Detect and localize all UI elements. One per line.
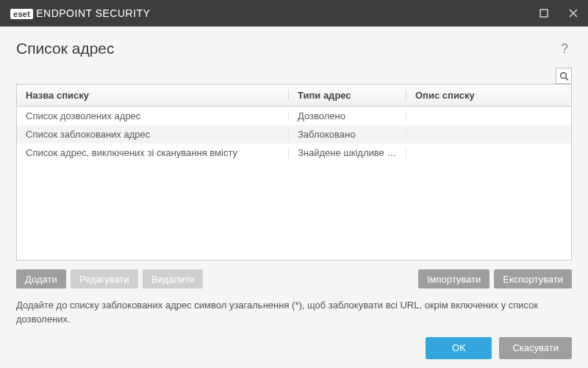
svg-point-3 <box>560 72 566 78</box>
address-lists-table: Назва списку Типи адрес Опис списку Спис… <box>16 84 572 261</box>
col-header-type[interactable]: Типи адрес <box>289 90 406 101</box>
content-area: Список адрес ? Назва списку Типи адрес О… <box>0 26 588 337</box>
cancel-button[interactable]: Скасувати <box>499 337 572 359</box>
help-button[interactable]: ? <box>557 41 572 56</box>
search-button[interactable] <box>556 68 572 84</box>
delete-button[interactable]: Видалити <box>143 269 204 289</box>
svg-line-4 <box>565 77 568 80</box>
table-header: Назва списку Типи адрес Опис списку <box>17 85 571 107</box>
page-title: Список адрес <box>16 40 557 57</box>
brand: eset ENDPOINT SECURITY <box>10 7 150 19</box>
table-row[interactable]: Список адрес, виключених зі сканування в… <box>17 144 571 162</box>
cell-name: Список заблокованих адрес <box>17 129 289 140</box>
table-row[interactable]: Список заблокованих адрес Заблоковано <box>17 125 571 144</box>
app-window: eset ENDPOINT SECURITY Список адрес ? На… <box>0 0 588 368</box>
table-toolbar: Додати Редагувати Видалити Імпортувати Е… <box>16 269 572 289</box>
titlebar: eset ENDPOINT SECURITY <box>0 0 588 26</box>
cell-type: Дозволено <box>289 110 406 121</box>
hint-text: Додайте до списку заблокованих адрес сим… <box>16 299 572 327</box>
cell-name: Список адрес, виключених зі сканування в… <box>17 147 289 158</box>
window-minimize-button[interactable] <box>529 0 559 26</box>
cell-type: Знайдене шкідливе прог... <box>289 147 406 158</box>
col-header-name[interactable]: Назва списку <box>17 90 289 101</box>
edit-button[interactable]: Редагувати <box>71 269 138 289</box>
minimize-icon <box>539 9 548 18</box>
brand-logo: eset <box>10 9 33 19</box>
window-close-button[interactable] <box>559 0 588 26</box>
col-header-desc[interactable]: Опис списку <box>406 90 571 101</box>
export-button[interactable]: Експортувати <box>494 269 572 289</box>
import-button[interactable]: Імпортувати <box>418 269 490 289</box>
table-row[interactable]: Список дозволених адрес Дозволено <box>17 107 571 125</box>
product-name: ENDPOINT SECURITY <box>36 7 150 19</box>
cell-type: Заблоковано <box>289 129 406 140</box>
svg-rect-0 <box>540 10 548 17</box>
cell-name: Список дозволених адрес <box>17 110 289 121</box>
dialog-footer: OK Скасувати <box>0 337 588 368</box>
close-icon <box>569 9 578 18</box>
table-body: Список дозволених адрес Дозволено Список… <box>17 107 571 260</box>
search-icon <box>559 71 569 81</box>
add-button[interactable]: Додати <box>16 269 66 289</box>
ok-button[interactable]: OK <box>426 337 492 359</box>
